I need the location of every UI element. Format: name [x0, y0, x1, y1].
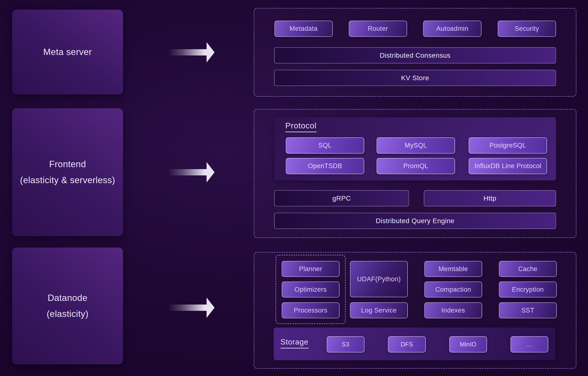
- node-line: Meta server: [43, 44, 92, 60]
- distributed-consensus-bar: Distributed Consensus: [274, 47, 556, 64]
- encryption-cell: Encryption: [499, 281, 557, 298]
- autoadmin-chip: Autoadmin: [423, 21, 482, 37]
- metadata-chip: Metadata: [274, 21, 333, 37]
- frontend-section: Protocol SQL MySQL PostgreSQL OpenTSDB P…: [254, 109, 576, 238]
- protocol-panel: Protocol SQL MySQL PostgreSQL OpenTSDB P…: [274, 117, 556, 181]
- cache-cell: Cache: [499, 261, 557, 277]
- minio-chip: MinIO: [449, 336, 487, 353]
- s3-chip: S3: [327, 336, 365, 353]
- udaf-python-cell: UDAF(Python): [350, 261, 408, 297]
- planner-cell: Planner: [282, 261, 339, 277]
- security-chip: Security: [498, 21, 556, 37]
- query-components-group: Planner Optimizers Processors: [276, 255, 346, 324]
- storage-panel: Storage S3 DFS MinIO ...: [274, 328, 555, 360]
- arrow-head-icon: [207, 162, 215, 183]
- architecture-diagram: Meta server Frontend (elasticity & serve…: [0, 0, 588, 376]
- sst-cell: SST: [499, 302, 557, 318]
- arrow-shaft: [168, 169, 207, 175]
- datanode-node: Datanode (elasticity): [12, 247, 123, 364]
- log-service-cell: Log Service: [350, 302, 408, 318]
- protocol-heading: Protocol: [285, 121, 316, 132]
- node-line: Datanode: [47, 290, 89, 306]
- postgresql-chip: PostgreSQL: [469, 137, 547, 154]
- grpc-bar: gRPC: [274, 190, 409, 206]
- compaction-cell: Compaction: [424, 281, 482, 298]
- memtable-cell: Memtable: [424, 261, 482, 277]
- mysql-chip: MySQL: [377, 137, 455, 154]
- flow-arrow-meta: [168, 42, 215, 63]
- influxdb-line-protocol-chip: InfluxDB Line Protocol: [469, 158, 547, 174]
- processors-cell: Processors: [282, 302, 339, 318]
- indexes-cell: Indexes: [424, 302, 482, 318]
- arrow-shaft: [168, 49, 207, 55]
- dfs-chip: DFS: [388, 336, 426, 353]
- optimizers-cell: Optimizers: [282, 281, 339, 298]
- opentsdb-chip: OpenTSDB: [286, 158, 364, 174]
- datanode-section: Planner Optimizers Processors UDAF(Pytho…: [254, 252, 576, 369]
- distributed-query-engine-bar: Distributed Query Engine: [274, 213, 556, 229]
- datanode-label: Datanode (elasticity): [47, 290, 89, 322]
- arrow-shaft: [168, 304, 207, 311]
- meta-server-node: Meta server: [12, 10, 123, 95]
- frontend-label: Frontend (elasticity & serverless): [20, 156, 115, 188]
- storage-heading: Storage: [280, 338, 309, 348]
- flow-arrow-frontend: [168, 162, 215, 183]
- meta-section: Metadata Router Autoadmin Security Distr…: [254, 8, 576, 97]
- promql-chip: PromQL: [377, 158, 455, 174]
- frontend-node: Frontend (elasticity & serverless): [12, 108, 123, 236]
- arrow-head-icon: [207, 42, 215, 63]
- flow-arrow-datanode: [168, 298, 215, 318]
- arrow-head-icon: [207, 298, 215, 318]
- node-line: Frontend: [20, 156, 115, 172]
- sql-chip: SQL: [286, 137, 364, 154]
- meta-server-label: Meta server: [43, 44, 92, 60]
- kv-store-bar: KV Store: [274, 70, 556, 86]
- router-chip: Router: [349, 21, 407, 37]
- more-options-chip: ...: [511, 336, 548, 353]
- node-line: (elasticity): [47, 306, 89, 322]
- http-bar: Http: [424, 190, 556, 206]
- node-line: (elasticity & serverless): [20, 172, 115, 188]
